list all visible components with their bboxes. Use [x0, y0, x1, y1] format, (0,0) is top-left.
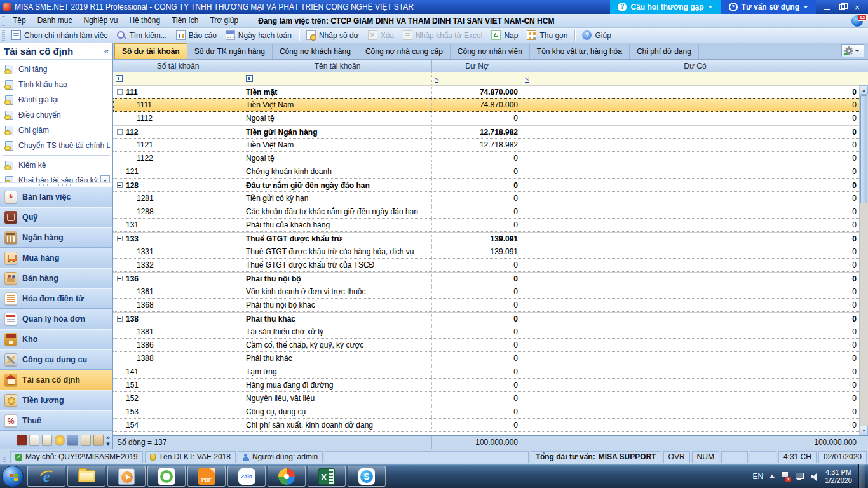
filter-operator[interactable]: ≤	[435, 75, 438, 83]
scrollbar-thumb[interactable]	[860, 95, 867, 203]
taskbar-app-media-player[interactable]	[107, 466, 146, 487]
table-row[interactable]: 1368Phải thu nội bộ khác00	[113, 299, 868, 312]
taskbar-app-skype[interactable]	[348, 466, 386, 487]
tab[interactable]: Số dư tài khoản	[114, 43, 187, 59]
tab[interactable]: Công nợ nhà cung cấp	[358, 44, 451, 59]
module-button[interactable]: Kho	[0, 329, 112, 349]
table-row[interactable]: 1281Tiền gửi có kỳ hạn00	[113, 192, 868, 205]
module-button[interactable]: Tiền lương	[0, 390, 112, 410]
tab[interactable]: Chi phí dở dang	[630, 44, 699, 59]
toolbar-button[interactable]: Nhập số dư	[302, 29, 363, 43]
table-row[interactable]: 1388Phải thu khác00	[113, 352, 868, 365]
sidebar-task[interactable]: Đánh giá lại	[0, 92, 112, 107]
network-icon[interactable]	[796, 472, 804, 480]
table-row[interactable]: 1361Vốn kinh doanh ở đơn vị trực thuộc00	[113, 285, 868, 299]
mini-module-icon[interactable]	[81, 435, 91, 445]
close-button[interactable]: ×	[850, 2, 864, 12]
taskbar-app-excel[interactable]	[308, 466, 346, 487]
table-row[interactable]: 112Tiền gửi Ngân hàng12.718.9820	[113, 125, 868, 139]
column-header[interactable]: Số tài khoản	[113, 60, 243, 72]
mini-module-icon[interactable]	[42, 435, 52, 445]
column-header[interactable]: Dư Nợ	[432, 60, 522, 72]
more-modules-button[interactable]: »▾	[106, 434, 110, 447]
sidebar-task[interactable]: Tính khấu hao	[0, 77, 112, 92]
sidebar-task[interactable]: Chuyển TS thuê tài chính t...	[0, 138, 112, 153]
mini-module-icon[interactable]	[67, 435, 78, 445]
column-header[interactable]: Dư Có	[522, 60, 868, 72]
table-row[interactable]: 152Nguyên liệu, vật liệu00	[113, 392, 868, 405]
module-button[interactable]: Bán hàng	[0, 268, 112, 288]
filter-cell-name[interactable]	[243, 72, 432, 85]
speaker-icon[interactable]	[811, 473, 818, 480]
table-row[interactable]: 153Công cụ, dụng cụ00	[113, 405, 868, 419]
module-button[interactable]: Quản lý hóa đơn	[0, 309, 112, 329]
minimize-button[interactable]	[820, 2, 834, 12]
table-row[interactable]: 133Thuế GTGT được khấu trừ139.0910	[113, 232, 868, 245]
collapse-row-icon[interactable]	[117, 316, 123, 322]
tab[interactable]: Công nợ nhân viên	[451, 44, 530, 59]
scrollbar-track[interactable]	[860, 204, 868, 426]
module-button[interactable]: Mua hàng	[0, 248, 112, 268]
collapse-row-icon[interactable]	[117, 182, 123, 188]
vertical-scrollbar[interactable]: ▲ ▼	[859, 85, 868, 435]
collapse-row-icon[interactable]	[117, 129, 123, 135]
collapse-row-icon[interactable]	[117, 89, 123, 95]
module-button[interactable]: Tài sản cố định	[0, 370, 112, 390]
tray-expand-icon[interactable]	[770, 475, 775, 478]
grid-settings-button[interactable]	[841, 44, 864, 57]
table-row[interactable]: 1111Tiền Việt Nam74.870.0000	[113, 98, 868, 112]
table-row[interactable]: 1386Cầm cố, thế chấp, ký quỹ, ký cược00	[113, 339, 868, 352]
language-indicator[interactable]: EN	[753, 472, 764, 481]
notification-icon[interactable]: 12	[851, 15, 863, 27]
toolbar-button[interactable]: Ngày hạch toán	[221, 29, 296, 43]
scroll-up-button[interactable]: ▲	[860, 85, 868, 95]
mini-module-icon[interactable]	[55, 435, 65, 445]
sidebar-splitter[interactable]	[0, 182, 112, 187]
taskbar-clock[interactable]: 4:31 PM 1/2/2020	[825, 468, 852, 485]
table-row[interactable]: 1288Các khoản đầu tư khác nắm giữ đến ng…	[113, 205, 868, 219]
table-row[interactable]: 1331Thuế GTGT được khấu trừ của hàng hóa…	[113, 245, 868, 259]
menu-item[interactable]: Tiện ích	[166, 14, 204, 27]
sidebar-task[interactable]: Ghi tăng	[0, 62, 112, 77]
table-row[interactable]: 1122Ngoại tệ00	[113, 152, 868, 165]
table-row[interactable]: 1332Thuế GTGT được khấu trừ của TSCĐ00	[113, 259, 868, 272]
sidebar-task[interactable]: Điều chuyển	[0, 107, 112, 123]
taskbar-app-coc-coc[interactable]	[147, 466, 186, 487]
faq-button[interactable]: ? Câu hỏi thường gặp	[610, 0, 720, 14]
mini-module-icon[interactable]	[29, 435, 39, 445]
collapse-row-icon[interactable]	[117, 276, 123, 281]
column-header[interactable]: Tên tài khoản	[243, 60, 432, 72]
mini-module-icon[interactable]	[93, 435, 104, 445]
table-row[interactable]: 141Tạm ứng00	[113, 365, 868, 379]
filter-cell-code[interactable]	[113, 72, 243, 85]
table-row[interactable]: 136Phải thu nội bộ00	[113, 272, 868, 285]
menu-item[interactable]: Hệ thống	[123, 14, 166, 27]
tab[interactable]: Công nợ khách hàng	[273, 44, 358, 59]
sidebar-collapse-icon[interactable]: «	[104, 43, 109, 60]
filter-cell-duco[interactable]: ≤	[522, 72, 868, 85]
toolbar-button[interactable]: Nạp	[487, 29, 522, 43]
table-row[interactable]: 111Tiền mặt74.870.0000	[113, 85, 868, 98]
taskbar-app-internet-explorer[interactable]: e	[27, 466, 65, 487]
toolbar-button[interactable]: Tìm kiếm...	[112, 29, 171, 43]
module-button[interactable]: Thuế	[0, 410, 112, 431]
sidebar-task[interactable]: Khai báo tài sản đầu kỳ▼	[0, 173, 112, 182]
module-button[interactable]: Hóa đơn điện tử	[0, 288, 112, 309]
mini-module-icon[interactable]	[17, 435, 27, 445]
table-row[interactable]: 128Đầu tư nắm giữ đến ngày đáo hạn00	[113, 179, 868, 192]
table-row[interactable]: 131Phải thu của khách hàng00	[113, 219, 868, 232]
toolbar-button[interactable]: Giúp	[578, 29, 615, 43]
task-dropdown-button[interactable]: ▼	[100, 175, 110, 182]
menu-item[interactable]: Nghiệp vụ	[78, 14, 123, 27]
sidebar-task[interactable]: Kiểm kê	[0, 158, 112, 173]
toolbar-button[interactable]: Thu gọn	[522, 29, 572, 43]
taskbar-app-photos-app[interactable]	[268, 466, 306, 487]
filter-icon[interactable]	[246, 75, 253, 82]
action-center-flag-icon[interactable]: ×	[781, 472, 789, 481]
collapse-row-icon[interactable]	[117, 236, 123, 241]
table-row[interactable]: 151Hàng mua đang đi đường00	[113, 379, 868, 392]
module-button[interactable]: Ngân hàng	[0, 227, 112, 248]
toolbar-button[interactable]: Báo cáo	[172, 29, 221, 43]
table-row[interactable]: 1121Tiền Việt Nam12.718.9820	[113, 139, 868, 152]
filter-operator[interactable]: ≤	[525, 75, 529, 83]
